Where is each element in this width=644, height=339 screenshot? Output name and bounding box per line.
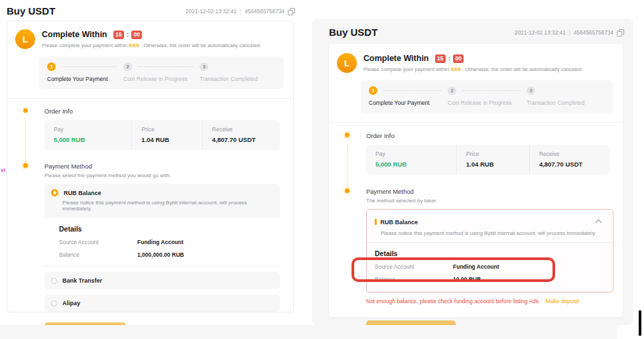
receive-value: 4,807.70 USDT xyxy=(212,136,280,143)
order-info-box: Pay 5,000 RUB Price 1.04 RUB Receive 4,8… xyxy=(44,120,280,150)
progress-steps: 1 Complete Your Payment 2 Coin Release i… xyxy=(361,80,613,113)
rub-balance-notice: Please notice this payment method is usi… xyxy=(62,200,273,212)
bank-transfer-option[interactable]: Bank Transfer xyxy=(44,272,280,289)
timer-notice-highlight: XXX xyxy=(129,42,139,48)
payment-method-section: Payment Method The method selected by ta… xyxy=(337,188,616,339)
source-account-label: Source Account xyxy=(59,239,137,245)
balance-label: Balance xyxy=(375,276,453,283)
timer-notice-highlight: XXX xyxy=(450,66,461,72)
progress-steps: 1 Complete Your Payment 2 Coin Release i… xyxy=(39,56,284,89)
timer-notice: Please complete your payment within XXX … xyxy=(363,66,582,72)
order-info-heading: Order Info xyxy=(44,107,287,115)
step-1-dot: 1 xyxy=(47,62,56,71)
complete-within-title: Complete Within xyxy=(42,30,107,39)
step-3-label: Transaction Completed xyxy=(200,76,276,82)
timer-minutes-badge: 15 xyxy=(113,31,124,39)
alipay-option[interactable]: Alipay xyxy=(44,295,280,312)
timer-notice: Please complete your payment within XXX … xyxy=(42,42,260,48)
order-sections: Order Info Pay 5,000 RUB Price 1.04 RUB … xyxy=(15,107,287,339)
step-3-dot: 3 xyxy=(527,86,535,95)
step-complete-payment: 1 Complete Your Payment xyxy=(369,86,448,106)
rub-balance-notice: Please notice this payment method is usi… xyxy=(381,230,596,236)
bottom-strip xyxy=(0,325,617,339)
rub-balance-method: RUB Balance Please notice this payment m… xyxy=(44,184,280,267)
price-column: Price 1.04 RUB xyxy=(131,120,202,150)
step-coin-release: 2 Coin Release in Progress xyxy=(448,86,527,106)
pay-column: Pay 5,000 RUB xyxy=(366,145,456,174)
order-id: 4564565756734 xyxy=(574,29,613,36)
pay-label: Pay xyxy=(54,126,131,133)
timer-seconds-badge: 00 xyxy=(453,54,464,63)
price-value: 1.04 RUB xyxy=(466,161,529,168)
section-bullet-icon xyxy=(345,133,350,137)
complete-within-block: L Complete Within 15 : 00 Please complet… xyxy=(15,29,287,49)
payment-method-section: Payment Method Please select the payment… xyxy=(15,163,287,339)
complete-within-block: L Complete Within 15 : 00 Please complet… xyxy=(337,53,616,73)
clock-icon: L xyxy=(15,29,35,49)
step-complete-payment: 1 Complete Your Payment xyxy=(47,62,123,82)
step-transaction-completed: 3 Transaction Completed xyxy=(200,62,276,82)
copy-icon[interactable] xyxy=(288,8,294,14)
chevron-up-icon[interactable] xyxy=(596,220,602,226)
step-connector xyxy=(138,66,194,67)
rub-balance-option[interactable]: RUB Balance Please notice this payment m… xyxy=(367,210,613,242)
order-meta: 2021-12-02 13:32:41 | 4564565756734 xyxy=(186,8,294,15)
step-2-label: Coin Release in Progress xyxy=(448,100,527,106)
step-connector xyxy=(462,90,521,91)
step-1-label: Complete Your Payment xyxy=(369,100,448,106)
source-account-label: Source Account xyxy=(375,263,453,270)
receive-value: 4,807.70 USDT xyxy=(539,161,610,168)
price-column: Price 1.04 RUB xyxy=(456,145,529,174)
timer-notice-tail: . Otherwise, the order will be automatic… xyxy=(461,66,582,72)
step-3-dot: 3 xyxy=(200,62,208,71)
source-account-row: Source Account Funding Account xyxy=(375,263,605,270)
radio-selected-icon[interactable] xyxy=(51,189,58,196)
text-cursor-artifact xyxy=(639,310,641,336)
rub-balance-label: RUB Balance xyxy=(64,190,101,196)
balance-value: 10.00 RUB xyxy=(453,276,481,283)
balance-value: 1,000,000.00 RUB xyxy=(137,251,184,258)
balance-row: Balance 1,000,000.00 RUB xyxy=(59,251,273,258)
rub-balance-option[interactable]: RUB Balance Please notice this payment m… xyxy=(44,184,280,218)
timer-minutes-badge: 15 xyxy=(435,54,446,63)
complete-within-texts: Complete Within 15 : 00 Please complete … xyxy=(42,29,260,49)
order-timestamp: 2021-12-02 13:32:41 xyxy=(186,8,237,15)
timer-colon: : xyxy=(127,31,129,38)
order-header: Buy USDT 2021-12-02 13:32:41 | 456456575… xyxy=(329,27,623,38)
payment-method-subtitle: The method selected by taker. xyxy=(366,198,616,204)
pay-value: 5,000 RUB xyxy=(54,136,131,143)
bank-transfer-label: Bank Transfer xyxy=(62,277,102,284)
insufficient-balance-error: Not enough balance, please check funding… xyxy=(366,298,613,305)
copy-icon[interactable] xyxy=(617,29,623,35)
price-label: Price xyxy=(466,151,529,157)
order-info-box: Pay 5,000 RUB Price 1.04 RUB Receive 4,8… xyxy=(366,145,610,174)
order-header: Buy USDT 2021-12-02 13:32:41 | 456456575… xyxy=(7,5,294,17)
page-title: Buy USDT xyxy=(7,5,55,17)
divider xyxy=(7,98,293,99)
step-transaction-completed: 3 Transaction Completed xyxy=(527,86,606,106)
pay-column: Pay 5,000 RUB xyxy=(44,120,131,150)
radio-icon[interactable] xyxy=(51,301,57,306)
order-info-heading: Order Info xyxy=(366,132,616,139)
make-deposit-link[interactable]: Make deposit xyxy=(546,298,580,305)
step-coin-release: 2 Coin Release in Progress xyxy=(123,62,200,82)
timer-colon: : xyxy=(448,55,450,62)
step-2-dot: 2 xyxy=(448,86,456,95)
order-info-section: Order Info Pay 5,000 RUB Price 1.04 RUB … xyxy=(337,132,616,174)
order-info-section: Order Info Pay 5,000 RUB Price 1.04 RUB … xyxy=(15,107,287,150)
receive-column: Receive 4,807.70 USDT xyxy=(202,120,280,150)
step-1-dot: 1 xyxy=(369,86,377,95)
order-timestamp: 2021-12-02 13:32:41 xyxy=(515,29,566,36)
complete-within-texts: Complete Within 15 : 00 Please complete … xyxy=(363,53,582,73)
payment-details: Details Source Account Funding Account B… xyxy=(367,242,613,292)
order-window-taker: Buy USDT 2021-12-02 13:32:41 | 456456575… xyxy=(312,19,633,325)
balance-label: Balance xyxy=(59,251,137,258)
radio-icon[interactable] xyxy=(51,278,57,284)
order-id: 4564565756734 xyxy=(245,8,285,15)
meta-separator: | xyxy=(569,29,570,36)
price-label: Price xyxy=(141,126,202,133)
step-2-label: Coin Release in Progress xyxy=(123,76,200,82)
balance-row: Balance 10.00 RUB xyxy=(375,276,605,283)
order-window-maker: Buy USDT 2021-12-02 13:32:41 | 456456575… xyxy=(7,5,294,312)
payment-method-subtitle: Please select the payment method you wou… xyxy=(44,172,287,178)
